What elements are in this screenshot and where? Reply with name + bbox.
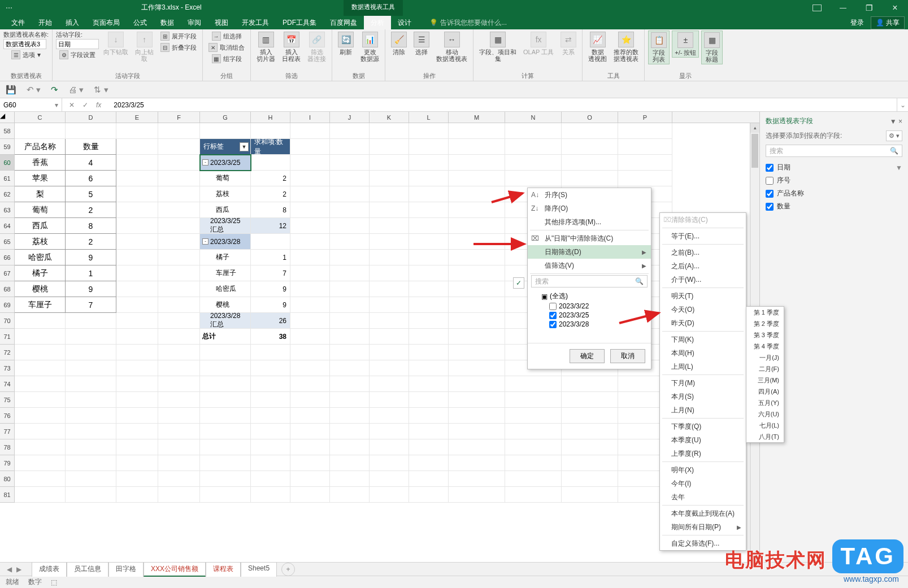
cell[interactable] (370, 202, 409, 218)
date-checkbox-2[interactable] (549, 312, 557, 319)
cell[interactable] (116, 234, 158, 250)
cell[interactable] (370, 250, 409, 265)
cell[interactable]: 2023/3/25- (200, 155, 251, 171)
cell[interactable] (15, 392, 66, 408)
cell[interactable] (290, 250, 330, 265)
cell[interactable]: 9 (251, 281, 290, 297)
cell[interactable] (505, 408, 562, 424)
col-header[interactable]: E (116, 112, 158, 123)
cell[interactable] (409, 139, 449, 155)
cell[interactable] (158, 487, 200, 503)
period-item[interactable]: 五月(Y) (746, 397, 784, 408)
cell[interactable] (290, 455, 330, 471)
cell[interactable] (290, 313, 330, 329)
cell[interactable] (251, 455, 290, 471)
col-header[interactable]: D (66, 112, 116, 123)
ungroup-button[interactable]: ✕取消组合 (206, 42, 247, 53)
cell[interactable] (330, 265, 370, 281)
sheet-tab[interactable]: 田字格 (108, 562, 144, 577)
cell[interactable] (15, 376, 66, 392)
cell[interactable] (158, 155, 200, 171)
cell[interactable] (66, 123, 116, 139)
row-header[interactable]: 75 (0, 392, 15, 408)
cell[interactable] (290, 345, 330, 360)
cell[interactable] (15, 123, 66, 139)
cell[interactable] (409, 471, 449, 487)
cell[interactable] (290, 424, 330, 439)
cell[interactable] (409, 265, 449, 281)
cell[interactable] (370, 408, 409, 424)
cell[interactable] (290, 123, 330, 139)
col-header[interactable]: H (251, 112, 290, 123)
cell[interactable]: 梨 (15, 186, 66, 202)
cell[interactable] (449, 376, 505, 392)
cell[interactable] (200, 487, 251, 503)
col-header[interactable]: P (618, 112, 672, 123)
cell[interactable]: 西瓜 (200, 202, 251, 218)
period-item[interactable]: 八月(T) (746, 431, 784, 442)
filter-search[interactable]: 搜索🔍 (531, 275, 648, 288)
cell[interactable] (158, 139, 200, 155)
tab-baidu[interactable]: 百度网盘 (323, 16, 364, 30)
field-list-toggle[interactable]: 📋字段 列表 (648, 31, 670, 64)
row-header[interactable]: 76 (0, 408, 15, 424)
cell[interactable] (116, 265, 158, 281)
cell[interactable] (290, 329, 330, 345)
name-box-dropdown-icon[interactable]: ▾ (55, 101, 58, 109)
cell[interactable] (449, 265, 505, 281)
cell[interactable] (158, 424, 200, 439)
cell[interactable] (562, 171, 618, 186)
cell[interactable] (251, 345, 290, 360)
cell[interactable]: 2023/3/25 汇总 (200, 218, 251, 234)
cell[interactable] (116, 202, 158, 218)
refresh-button[interactable]: 🔄刷新 (336, 31, 356, 56)
cell[interactable] (66, 360, 116, 376)
pivot-chart-button[interactable]: 📈数据 透视图 (586, 31, 609, 63)
cell[interactable] (66, 408, 116, 424)
group-field-button[interactable]: ▦组字段 (206, 53, 247, 64)
tab-layout[interactable]: 页面布局 (86, 16, 127, 30)
cancel-button[interactable]: 取消 (610, 349, 645, 363)
login-link[interactable]: 登录 (850, 18, 864, 28)
cell[interactable] (562, 376, 618, 392)
cell[interactable] (158, 376, 200, 392)
cell[interactable] (449, 171, 505, 186)
cell[interactable]: 橘子 (15, 265, 66, 281)
cell[interactable] (505, 155, 562, 171)
row-header[interactable]: 59 (0, 139, 15, 155)
cell[interactable] (449, 487, 505, 503)
sub-last-month[interactable]: 上月(N) (660, 403, 746, 417)
cell[interactable] (330, 250, 370, 265)
cell[interactable] (116, 250, 158, 265)
row-header[interactable]: 70 (0, 313, 15, 329)
sub-this-quarter[interactable]: 本季度(U) (660, 433, 746, 447)
field-item[interactable]: 日期▼ (766, 163, 902, 172)
cell[interactable] (158, 234, 200, 250)
cell[interactable] (330, 281, 370, 297)
row-label-filter-icon[interactable]: ▼ (240, 142, 249, 151)
col-header[interactable]: F (158, 112, 200, 123)
sub-this-week[interactable]: 本周(H) (660, 346, 746, 360)
cell[interactable] (290, 376, 330, 392)
sheet-tab[interactable]: 课程表 (206, 562, 241, 577)
select-button[interactable]: ☰选择 (411, 31, 432, 56)
cell[interactable] (290, 186, 330, 202)
cell[interactable] (15, 455, 66, 471)
cell[interactable] (370, 171, 409, 186)
close-icon[interactable]: × (882, 0, 908, 16)
sub-equals[interactable]: 等于(E)... (660, 229, 746, 243)
cell[interactable] (290, 439, 330, 455)
tab-view[interactable]: 视图 (208, 16, 235, 30)
cell[interactable] (158, 281, 200, 297)
sub-ytd[interactable]: 本年度截止到现在(A) (660, 507, 746, 520)
cell[interactable] (15, 329, 66, 345)
cell[interactable] (66, 345, 116, 360)
cell[interactable] (290, 297, 330, 313)
share-button[interactable]: 👤 共享 (871, 16, 905, 29)
cell[interactable] (449, 281, 505, 297)
cell[interactable] (158, 186, 200, 202)
cell[interactable] (290, 155, 330, 171)
group-selection-button[interactable]: →组选择 (206, 31, 247, 42)
row-header[interactable]: 79 (0, 455, 15, 471)
cell[interactable] (330, 392, 370, 408)
